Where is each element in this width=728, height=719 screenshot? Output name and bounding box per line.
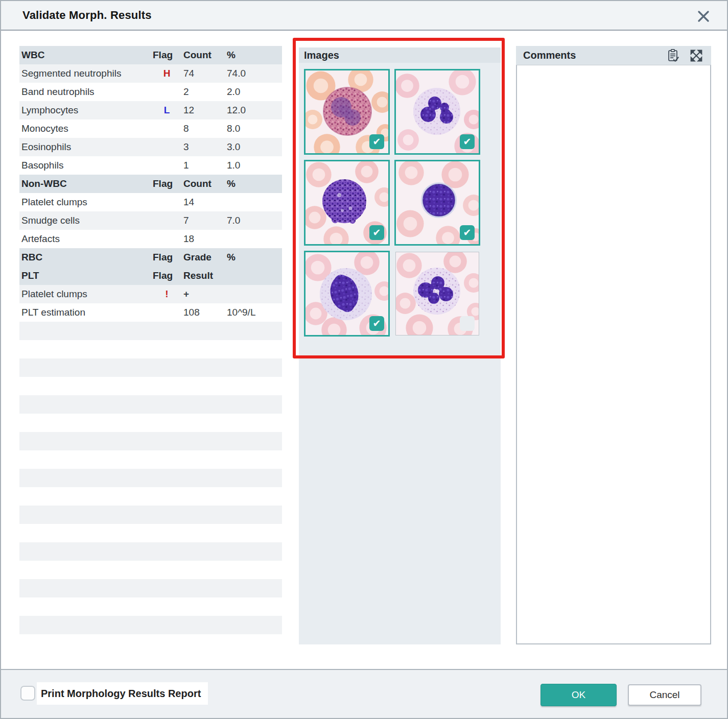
comments-panel-header: Comments (516, 46, 711, 65)
comment-template-button[interactable] (665, 48, 680, 63)
table-row: WBCFlagCount% (19, 46, 282, 64)
table-row-empty (19, 395, 282, 414)
table-row-empty (19, 414, 282, 432)
images-panel: Images (299, 47, 501, 644)
table-row: Platelet clumps14 (19, 193, 282, 211)
comments-panel-title: Comments (523, 50, 657, 61)
table-row: Segmented neutrophilsH7474.0 (19, 64, 282, 83)
table-row-empty (19, 487, 282, 506)
table-row-empty (19, 506, 282, 524)
table-row-empty (19, 432, 282, 450)
image-checkbox[interactable]: ✔ (460, 225, 475, 240)
table-row-empty (19, 469, 282, 487)
table-row: PLT estimation10810^9/L (19, 303, 282, 322)
close-icon (697, 10, 710, 23)
images-panel-header: Images (299, 47, 501, 63)
cell-image-lobed-neutrophil[interactable]: ✔ (395, 252, 479, 335)
table-row-empty (19, 340, 282, 358)
table-row: PLTFlagResult (19, 267, 282, 285)
table-row-empty (19, 358, 282, 377)
table-row: Band neutrophils22.0 (19, 83, 282, 101)
image-checkbox[interactable]: ✔ (369, 225, 384, 240)
table-row: Monocytes88.0 (19, 119, 282, 138)
table-row-empty (19, 597, 282, 616)
comments-panel: Comments (516, 46, 711, 644)
results-table: WBCFlagCount%Segmented neutrophilsH7474.… (19, 46, 282, 634)
validate-morph-dialog: Validate Morph. Results WBCFlagCount%Seg… (0, 0, 728, 719)
dialog-header: Validate Morph. Results (1, 1, 727, 31)
table-row-empty (19, 524, 282, 542)
cell-image-segmented-neutrophil[interactable]: ✔ (394, 69, 480, 155)
images-panel-title: Images (304, 50, 339, 61)
table-row-empty (19, 579, 282, 597)
table-row: Smudge cells77.0 (19, 211, 282, 230)
cell-image-grid: ✔ (304, 69, 501, 337)
table-row: Artefacts18 (19, 230, 282, 248)
image-checkbox[interactable]: ✔ (460, 316, 475, 331)
image-checkbox[interactable]: ✔ (369, 134, 384, 149)
table-row-empty (19, 377, 282, 395)
ok-button[interactable]: OK (541, 684, 617, 706)
close-button[interactable] (694, 7, 713, 26)
print-report-checkbox[interactable] (20, 686, 35, 701)
cell-image-monocyte[interactable]: ✔ (304, 251, 390, 337)
table-row-empty (19, 561, 282, 579)
image-checkbox[interactable]: ✔ (369, 316, 384, 331)
table-row: Platelet clumps!+ (19, 285, 282, 303)
print-report-label: Print Morphology Results Report (37, 682, 208, 705)
table-row-empty (19, 450, 282, 469)
table-row-empty (19, 542, 282, 561)
table-row-empty (19, 322, 282, 340)
clipboard-check-icon (666, 49, 680, 63)
table-row-empty (19, 616, 282, 634)
expand-comments-button[interactable] (689, 48, 704, 63)
expand-icon (689, 49, 703, 63)
comments-text-area[interactable] (516, 65, 711, 644)
dialog-footer: Print Morphology Results Report OK Cance… (1, 669, 727, 718)
table-row: LymphocytesL1212.0 (19, 101, 282, 119)
cell-image-eosinophil[interactable]: ✔ (304, 69, 390, 155)
table-row: Basophils11.0 (19, 156, 282, 175)
table-row: Non-WBCFlagCount% (19, 175, 282, 193)
table-row: RBCFlagGrade% (19, 248, 282, 267)
cell-image-basophil[interactable]: ✔ (304, 160, 390, 246)
dialog-content: WBCFlagCount%Segmented neutrophilsH7474.… (1, 32, 727, 671)
table-row: Eosinophils33.0 (19, 138, 282, 156)
dialog-title: Validate Morph. Results (1, 9, 152, 22)
cancel-button[interactable]: Cancel (628, 684, 701, 706)
cell-image-lymphocyte[interactable]: ✔ (394, 160, 480, 246)
image-checkbox[interactable]: ✔ (460, 134, 475, 149)
